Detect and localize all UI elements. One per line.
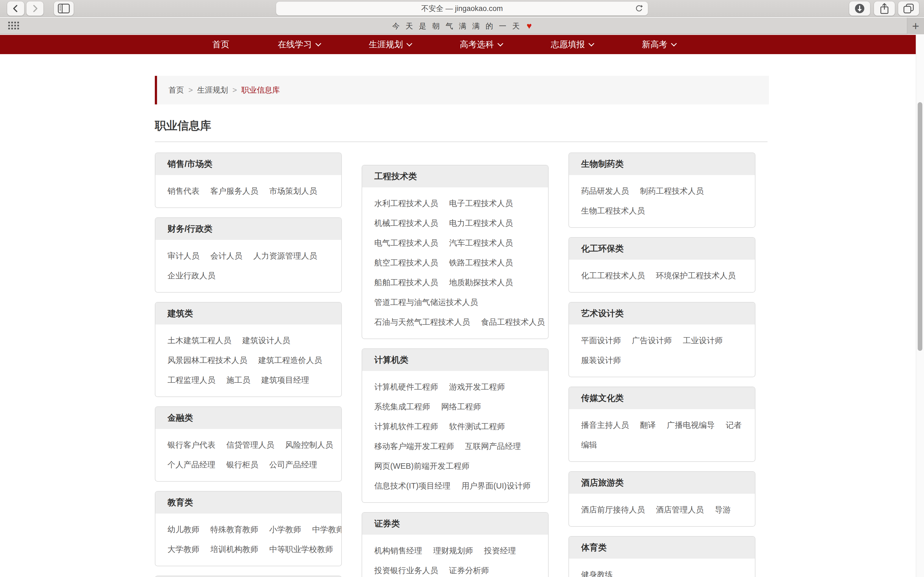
cards-column: 销售/市场类销售代表客户服务人员市场策划人员财务/行政类审计人员会计人员人力资源… xyxy=(155,153,342,577)
job-link[interactable]: 小学教师 xyxy=(269,520,301,539)
category-card: 化工环保类化工工程技术人员环境保护工程技术人员 xyxy=(569,237,755,293)
back-button[interactable] xyxy=(7,2,24,16)
job-row: 石油与天然气工程技术人员食品工程技术人员 xyxy=(374,312,536,332)
category-title: 工程技术类 xyxy=(362,165,548,187)
job-link[interactable]: 酒店前厅接待人员 xyxy=(581,500,645,520)
job-link[interactable]: 计算机软件工程师 xyxy=(374,417,438,436)
job-link[interactable]: 化工工程技术人员 xyxy=(581,266,645,285)
forward-button[interactable] xyxy=(26,2,44,16)
job-link[interactable]: 互联网产品经理 xyxy=(465,436,521,456)
job-link[interactable]: 建筑项目经理 xyxy=(261,370,309,390)
job-link[interactable]: 播音主持人员 xyxy=(581,415,629,435)
job-link[interactable]: 地质勘探技术人员 xyxy=(449,272,513,292)
job-link[interactable]: 电子工程技术人员 xyxy=(449,193,513,213)
downloads-button[interactable] xyxy=(849,2,870,16)
nav-item-生涯规划[interactable]: 生涯规划 xyxy=(369,39,411,50)
job-link[interactable]: 土木建筑工程人员 xyxy=(168,330,231,350)
job-link[interactable]: 投资银行业务人员 xyxy=(374,561,438,577)
job-link[interactable]: 公司产品经理 xyxy=(269,455,317,474)
nav-item-首页[interactable]: 首页 xyxy=(212,39,229,50)
scrollbar-thumb[interactable] xyxy=(918,102,922,351)
job-link[interactable]: 翻译 xyxy=(640,415,656,435)
job-link[interactable]: 编辑 xyxy=(581,435,597,455)
job-link[interactable]: 大学教师 xyxy=(168,539,199,559)
breadcrumb-link[interactable]: 首页 xyxy=(169,85,184,95)
reload-button[interactable] xyxy=(635,4,643,13)
job-link[interactable]: 计算机硬件工程师 xyxy=(374,377,438,397)
share-button[interactable] xyxy=(874,2,895,16)
job-link[interactable]: 中学教师 xyxy=(312,520,342,539)
job-link[interactable]: 风险控制人员 xyxy=(285,435,333,455)
job-link[interactable]: 银行客户代表 xyxy=(168,435,215,455)
job-link[interactable]: 软件测试工程师 xyxy=(449,417,505,436)
job-link[interactable]: 服装设计师 xyxy=(581,350,621,370)
job-link[interactable]: 个人产品经理 xyxy=(168,455,215,474)
job-link[interactable]: 市场策划人员 xyxy=(269,181,317,201)
nav-item-高考选科[interactable]: 高考选科 xyxy=(460,39,502,50)
job-link[interactable]: 药品研发人员 xyxy=(581,181,629,201)
job-link[interactable]: 石油与天然气工程技术人员 xyxy=(374,312,470,332)
job-link[interactable]: 船舶工程技术人员 xyxy=(374,272,438,292)
nav-item-在线学习[interactable]: 在线学习 xyxy=(278,39,320,50)
job-link[interactable]: 管道工程与油气储运技术人员 xyxy=(374,292,478,312)
job-link[interactable]: 企业行政人员 xyxy=(168,266,215,285)
job-link[interactable]: 导游 xyxy=(715,500,731,520)
job-link[interactable]: 广播电视编导 xyxy=(667,415,715,435)
job-link[interactable]: 食品工程技术人员 xyxy=(481,312,545,332)
job-link[interactable]: 投资经理 xyxy=(484,541,516,561)
job-link[interactable]: 建筑工程造价人员 xyxy=(258,350,322,370)
chevron-right-icon xyxy=(30,3,40,13)
job-link[interactable]: 风景园林工程技术人员 xyxy=(168,350,247,370)
job-link[interactable]: 记者 xyxy=(726,415,741,435)
job-link[interactable]: 机械工程技术人员 xyxy=(374,213,438,233)
job-link[interactable]: 审计人员 xyxy=(168,246,199,266)
job-link[interactable]: 平面设计师 xyxy=(581,330,621,350)
job-link[interactable]: 幼儿教师 xyxy=(168,520,199,539)
job-link[interactable]: 水利工程技术人员 xyxy=(374,193,438,213)
job-link[interactable]: 证券分析师 xyxy=(449,561,489,577)
job-link[interactable]: 施工员 xyxy=(226,370,250,390)
favorites-bookmark[interactable]: 今 天 是 朝 气 满 满 的 一 天 ♥ xyxy=(0,18,924,34)
job-link[interactable]: 航空工程技术人员 xyxy=(374,253,438,272)
job-link[interactable]: 工业设计师 xyxy=(683,330,723,350)
job-link[interactable]: 工程监理人员 xyxy=(168,370,215,390)
new-tab-button[interactable]: + xyxy=(907,18,924,34)
job-link[interactable]: 健身教练 xyxy=(581,565,613,577)
job-link[interactable]: 制药工程技术人员 xyxy=(640,181,704,201)
job-link[interactable]: 酒店管理人员 xyxy=(656,500,704,520)
job-link[interactable]: 系统集成工程师 xyxy=(374,397,430,417)
job-link[interactable]: 电气工程技术人员 xyxy=(374,233,438,253)
job-link[interactable]: 信息技术(IT)项目经理 xyxy=(374,476,451,496)
job-link[interactable]: 银行柜员 xyxy=(226,455,258,474)
scrollbar-track[interactable] xyxy=(916,35,924,577)
tab-overview-button[interactable] xyxy=(898,2,919,16)
job-link[interactable]: 游戏开发工程师 xyxy=(449,377,505,397)
job-link[interactable]: 客户服务人员 xyxy=(210,181,258,201)
job-link[interactable]: 移动客户端开发工程师 xyxy=(374,436,454,456)
job-link[interactable]: 销售代表 xyxy=(168,181,199,201)
breadcrumb-link[interactable]: 生涯规划 xyxy=(197,85,228,95)
job-link[interactable]: 汽车工程技术人员 xyxy=(449,233,513,253)
job-link[interactable]: 人力资源管理人员 xyxy=(253,246,317,266)
job-link[interactable]: 生物工程技术人员 xyxy=(581,201,645,221)
job-link[interactable]: 特殊教育教师 xyxy=(210,520,258,539)
nav-item-志愿填报[interactable]: 志愿填报 xyxy=(551,39,593,50)
job-link[interactable]: 电力工程技术人员 xyxy=(449,213,513,233)
job-link[interactable]: 广告设计师 xyxy=(632,330,672,350)
job-link[interactable]: 环境保护工程技术人员 xyxy=(656,266,736,285)
job-link[interactable]: 理财规划师 xyxy=(433,541,473,561)
job-link[interactable]: 用户界面(UI)设计师 xyxy=(462,476,530,496)
job-link[interactable]: 中等职业学校教师 xyxy=(269,539,333,559)
job-link[interactable]: 信贷管理人员 xyxy=(226,435,274,455)
nav-item-新高考[interactable]: 新高考 xyxy=(642,39,676,50)
job-link[interactable]: 建筑设计人员 xyxy=(242,330,290,350)
sidebar-toggle-button[interactable] xyxy=(54,2,74,16)
job-link[interactable]: 铁路工程技术人员 xyxy=(449,253,513,272)
job-link[interactable]: 网页(WEB)前端开发工程师 xyxy=(374,456,469,476)
job-link[interactable]: 会计人员 xyxy=(210,246,242,266)
job-row: 土木建筑工程人员建筑设计人员 xyxy=(168,330,329,350)
job-link[interactable]: 机构销售经理 xyxy=(374,541,422,561)
job-link[interactable]: 培训机构教师 xyxy=(210,539,258,559)
address-bar[interactable]: 不安全 — jingaokao.com xyxy=(276,2,648,15)
job-link[interactable]: 网络工程师 xyxy=(441,397,481,417)
